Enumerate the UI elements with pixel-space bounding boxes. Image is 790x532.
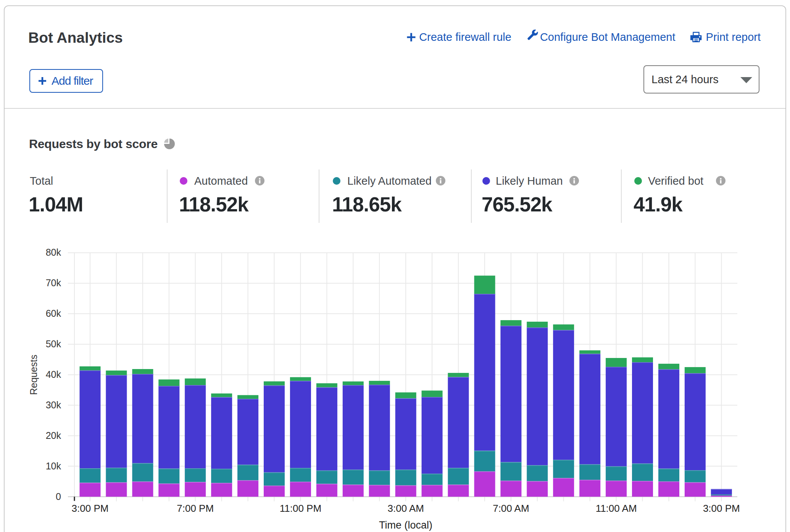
svg-text:11:00 PM: 11:00 PM	[280, 503, 321, 514]
svg-text:60k: 60k	[46, 308, 61, 319]
svg-text:11:00 AM: 11:00 AM	[596, 503, 637, 514]
svg-text:0: 0	[56, 491, 61, 502]
svg-text:7:00 PM: 7:00 PM	[177, 503, 214, 514]
svg-text:3:00 AM: 3:00 AM	[387, 503, 424, 514]
svg-text:40k: 40k	[46, 369, 61, 380]
svg-text:3:00 PM: 3:00 PM	[703, 503, 740, 514]
svg-text:7:00 AM: 7:00 AM	[493, 503, 529, 514]
svg-text:20k: 20k	[46, 430, 61, 441]
svg-text:70k: 70k	[46, 277, 61, 288]
svg-text:50k: 50k	[46, 339, 61, 349]
svg-text:Requests: Requests	[28, 355, 39, 395]
svg-text:30k: 30k	[46, 400, 61, 410]
svg-text:10k: 10k	[46, 461, 61, 471]
svg-text:80k: 80k	[46, 247, 61, 258]
svg-text:Time (local): Time (local)	[379, 519, 432, 531]
svg-text:3:00 PM: 3:00 PM	[72, 503, 109, 514]
